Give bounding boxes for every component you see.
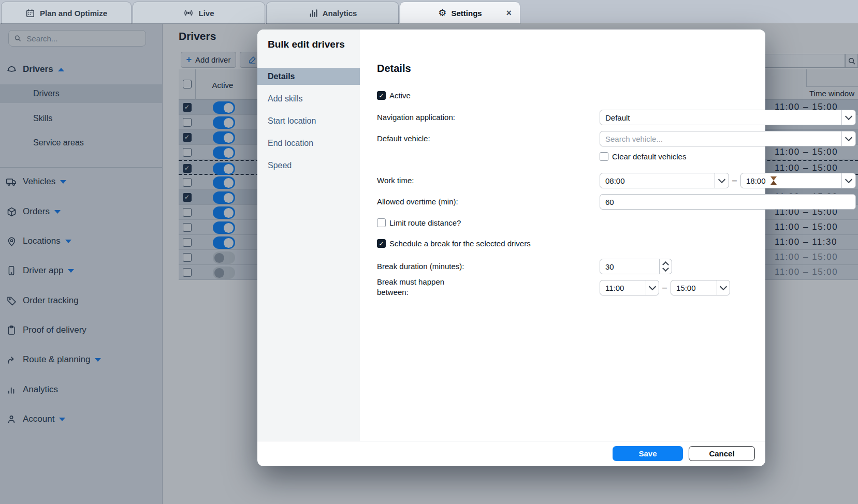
chevron-down-icon[interactable]	[717, 280, 730, 295]
break-between-label: Break must happen between:	[377, 277, 444, 298]
live-icon	[183, 8, 194, 18]
work-time-from-select[interactable]: 08:00	[600, 173, 729, 188]
modal-nav-end-location[interactable]: End location	[257, 135, 360, 152]
work-time-from-value: 08:00	[605, 176, 625, 185]
details-heading: Details	[377, 63, 411, 75]
break-between-label-line1: Break must happen	[377, 277, 444, 286]
limit-route-distance-label: Limit route distance?	[389, 218, 461, 227]
modal-nav-start-location[interactable]: Start location	[257, 112, 360, 129]
break-between-label-line2: between:	[377, 288, 409, 297]
clear-default-vehicles-checkbox[interactable]	[600, 152, 608, 161]
limit-route-distance-checkbox[interactable]	[377, 218, 386, 227]
modal-nav-speed[interactable]: Speed	[257, 157, 360, 174]
modal-sidebar: Bulk edit drivers Details Add skills Sta…	[257, 29, 360, 441]
chevron-down-icon[interactable]	[841, 110, 855, 125]
tab-analytics[interactable]: Analytics	[266, 2, 399, 24]
work-time-to-select[interactable]: 18:00	[740, 173, 856, 188]
navigation-application-select[interactable]: Default	[600, 110, 856, 125]
break-from-value: 11:00	[605, 284, 624, 292]
modal-nav-add-skills[interactable]: Add skills	[257, 90, 360, 107]
tab-live[interactable]: Live	[133, 2, 265, 24]
schedule-break-checkbox[interactable]	[377, 239, 386, 248]
tab-bar: Plan and Optimize Live Analytics ⚙ Setti…	[0, 0, 858, 23]
modal-nav-label: Speed	[268, 161, 292, 170]
save-button[interactable]: Save	[613, 446, 683, 461]
modal-nav-label: Add skills	[268, 94, 303, 103]
modal-title: Bulk edit drivers	[268, 39, 345, 50]
break-to-select[interactable]: 15:00	[671, 280, 730, 295]
app-screen: Plan and Optimize Live Analytics ⚙ Setti…	[0, 0, 858, 504]
active-checkbox-label: Active	[389, 91, 411, 100]
work-time-to-value: 18:00	[746, 176, 766, 185]
clear-default-vehicles-label: Clear default vehicles	[612, 152, 686, 161]
tab-settings[interactable]: ⚙ Settings ×	[400, 2, 520, 24]
number-stepper[interactable]	[659, 259, 672, 274]
modal-nav-label: End location	[268, 139, 313, 148]
schedule-break-row[interactable]: Schedule a break for the selected driver…	[377, 239, 531, 248]
schedule-break-label: Schedule a break for the selected driver…	[389, 239, 531, 248]
modal-nav-label: Start location	[268, 116, 316, 126]
chevron-down-icon[interactable]	[841, 173, 855, 188]
active-checkbox-row[interactable]: Active	[377, 91, 411, 100]
clear-default-vehicles-row[interactable]: Clear default vehicles	[600, 152, 686, 161]
modal-nav-details[interactable]: Details	[257, 68, 360, 85]
tab-label: Settings	[451, 9, 482, 18]
break-duration-input[interactable]: 30	[600, 259, 672, 274]
close-icon[interactable]: ×	[506, 8, 512, 18]
active-checkbox[interactable]	[377, 91, 386, 100]
default-vehicle-label: Default vehicle:	[377, 131, 430, 146]
allowed-overtime-label: Allowed overtime (min):	[377, 194, 458, 210]
tab-label: Analytics	[323, 9, 357, 18]
tab-plan-and-optimize[interactable]: Plan and Optimize	[1, 2, 132, 24]
navigation-application-value: Default	[605, 113, 630, 122]
tab-label: Plan and Optimize	[40, 9, 107, 18]
chevron-down-icon[interactable]	[841, 131, 855, 146]
break-duration-label: Break duration (minutes):	[377, 259, 464, 274]
limit-route-distance-row[interactable]: Limit route distance?	[377, 218, 461, 227]
work-time-label: Work time:	[377, 173, 414, 188]
modal-nav-label: Details	[268, 72, 295, 81]
tab-label: Live	[198, 9, 214, 18]
cancel-button[interactable]: Cancel	[689, 446, 755, 461]
calendar-icon	[25, 8, 35, 18]
break-from-select[interactable]: 11:00	[600, 280, 659, 295]
range-dash: –	[662, 280, 667, 295]
range-dash: –	[732, 173, 737, 188]
default-vehicle-placeholder: Search vehicle...	[605, 135, 663, 143]
hourglass-icon	[770, 176, 777, 185]
modal-body: Details Active Navigation application: D…	[360, 29, 765, 441]
chevron-down-icon[interactable]	[715, 173, 729, 188]
default-vehicle-select[interactable]: Search vehicle...	[600, 131, 856, 146]
analytics-icon	[308, 8, 318, 18]
footer-divider	[257, 441, 765, 441]
bulk-edit-drivers-modal: Bulk edit drivers Details Add skills Sta…	[257, 29, 765, 466]
gear-icon: ⚙	[438, 8, 446, 18]
break-to-value: 15:00	[676, 284, 696, 292]
break-duration-value: 30	[605, 262, 614, 271]
navigation-application-label: Navigation application:	[377, 110, 455, 125]
allowed-overtime-input[interactable]: 60	[600, 194, 856, 210]
allowed-overtime-value: 60	[605, 198, 614, 206]
chevron-down-icon[interactable]	[646, 280, 659, 295]
